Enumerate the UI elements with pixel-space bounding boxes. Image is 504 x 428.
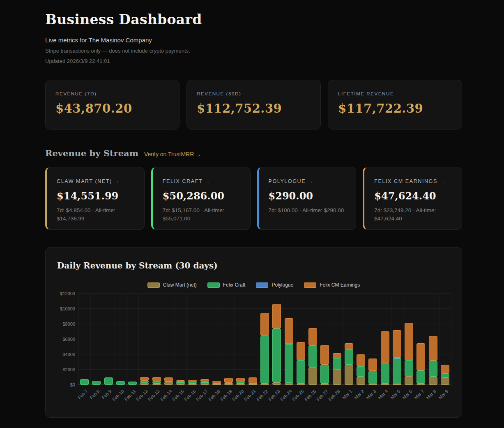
metric-label: REVENUE (7D) (55, 91, 169, 96)
bar-segment (152, 381, 161, 384)
stream-card: FELIX CRAFT →$50,286.007d: $15,167.00 · … (151, 167, 251, 230)
metric-label: LIFETIME REVENUE (338, 91, 452, 96)
x-tick-label: Feb 20 (231, 389, 245, 402)
stacked-bar (405, 323, 413, 385)
legend-swatch-icon (147, 282, 160, 288)
metric-value: $117,722.39 (338, 102, 452, 116)
legend-item[interactable]: Polylogue (256, 282, 293, 288)
stacked-bar (92, 381, 101, 385)
x-tick-label: Mar 5 (389, 389, 401, 400)
bar-column (247, 294, 259, 385)
bar-column (186, 294, 198, 385)
x-tick-label: Feb 19 (219, 389, 233, 402)
y-tick-label: $4000 (62, 352, 75, 357)
bar-segment (333, 358, 341, 369)
chart-y-axis: $0$2000$4000$6000$8000$10000$12000 (57, 294, 75, 385)
legend-item[interactable]: Claw Mart (net) (147, 282, 197, 288)
bar-segment (272, 329, 281, 382)
x-tick-label: Feb 23 (267, 389, 281, 402)
bar-segment (297, 342, 305, 360)
stream-detail: 7d: $23,749.20 · All-time: $47,624.40 (374, 206, 453, 222)
x-tick-label: Feb 18 (207, 389, 221, 402)
bar-segment (249, 377, 257, 383)
bar-segment (260, 313, 269, 336)
arrow-right-icon: → (440, 178, 445, 184)
bar-segment (405, 360, 413, 377)
stream-detail: 7d: $15,167.00 · All-time: $55,071.00 (163, 206, 242, 222)
stacked-bar (345, 343, 353, 385)
stacked-bar (164, 377, 173, 385)
bar-segment (152, 377, 161, 381)
bar-column (307, 294, 319, 385)
stacked-bar (260, 313, 269, 385)
x-tick-label: Feb 26 (304, 389, 317, 402)
bar-segment (429, 361, 437, 377)
bar-segment (320, 365, 329, 384)
legend-item[interactable]: Felix CM Earnings (304, 282, 360, 288)
legend-item[interactable]: Felix Craft (207, 282, 246, 288)
bar-column (151, 294, 163, 385)
y-tick-label: $12000 (60, 291, 75, 296)
metric-value: $43,870.20 (55, 102, 169, 116)
legend-swatch-icon (256, 282, 268, 288)
stacked-bar (285, 318, 293, 385)
stream-card-link[interactable]: FELIX CRAFT → (163, 178, 210, 184)
bar-segment (272, 304, 281, 329)
bar-segment (116, 381, 125, 385)
bar-segment (357, 377, 365, 385)
verify-trustmrr-link[interactable]: Verify on TrustMRR → (144, 151, 201, 157)
bar-column (367, 294, 379, 385)
bar-segment (164, 382, 173, 385)
stacked-bar (272, 304, 281, 385)
dashboard-page: Business Dashboard Live metrics for The … (45, 0, 462, 418)
bar-segment (128, 382, 137, 385)
chart-title: Daily Revenue by Stream (30 days) (57, 261, 450, 271)
bar-segment (140, 377, 149, 381)
stacked-bar (188, 380, 197, 385)
bar-segment (212, 381, 221, 383)
x-tick-label: Mar 8 (426, 389, 437, 400)
stream-cards-row: CLAW MART (NET) →$14,551.997d: $4,854.00… (45, 167, 462, 230)
bar-segment (393, 330, 401, 358)
x-tick-label: Mar 3 (365, 389, 377, 400)
stream-value: $50,286.00 (163, 190, 242, 202)
arrow-right-icon: → (308, 178, 313, 184)
legend-swatch-icon (207, 282, 220, 288)
stacked-bar (297, 342, 305, 385)
page-title: Business Dashboard (45, 12, 462, 28)
stacked-bar (200, 379, 209, 385)
bar-segment (260, 336, 269, 384)
bar-column (319, 294, 331, 385)
bar-column (379, 294, 391, 385)
bar-column (343, 294, 355, 385)
x-tick-label: Feb 15 (171, 389, 185, 402)
bar-column (415, 294, 427, 385)
stacked-bar (80, 379, 89, 385)
chart-legend: Claw Mart (net)Felix CraftPolylogueFelix… (57, 282, 450, 288)
stream-card-link[interactable]: POLYLOGUE → (269, 178, 313, 184)
stacked-bar (116, 381, 125, 385)
chart-plot-wrap: $0$2000$4000$6000$8000$10000$12000 Feb 7… (57, 294, 450, 409)
bar-segment (285, 344, 293, 383)
bar-segment (236, 378, 245, 382)
arrow-right-icon: → (114, 178, 120, 184)
x-tick-label: Feb 12 (135, 389, 149, 402)
bar-column (271, 294, 283, 385)
legend-label: Felix CM Earnings (320, 282, 360, 288)
stripe-note: Stripe transactions only — does not incl… (45, 48, 462, 54)
chart-plot-area (78, 294, 451, 385)
stream-card-link[interactable]: CLAW MART (NET) → (57, 178, 119, 184)
bar-column (259, 294, 271, 385)
bar-segment (200, 379, 209, 382)
stacked-bar (441, 365, 449, 385)
bar-segment (368, 359, 377, 371)
metrics-row: REVENUE (7D)$43,870.20REVENUE (30D)$112,… (45, 80, 462, 130)
bar-column (427, 294, 439, 385)
stream-card-link[interactable]: FELIX CM EARNINGS → (374, 178, 444, 184)
bar-segment (405, 376, 413, 385)
bar-segment (417, 370, 425, 384)
legend-label: Polylogue (272, 282, 293, 288)
metric-value: $112,752.39 (197, 102, 311, 116)
stacked-bar (429, 336, 437, 385)
x-tick-label: Feb 17 (195, 389, 209, 402)
